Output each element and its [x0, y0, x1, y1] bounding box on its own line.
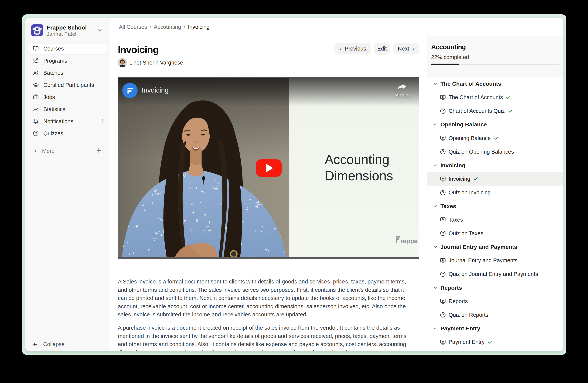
svg-text:rappe: rappe: [400, 237, 418, 244]
